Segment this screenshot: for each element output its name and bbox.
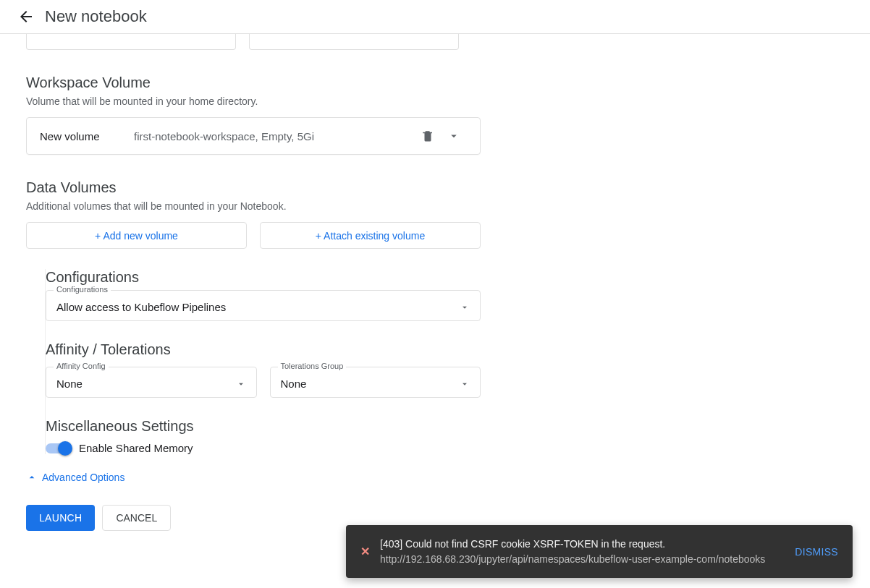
workspace-volume-card[interactable]: New volume first-notebook-workspace, Emp… — [26, 117, 481, 155]
shared-memory-label: Enable Shared Memory — [79, 442, 193, 454]
delete-volume-icon[interactable] — [415, 129, 441, 142]
top-field-row — [26, 34, 481, 50]
field-placeholder[interactable] — [249, 34, 459, 50]
configurations-select[interactable]: Configurations Allow access to Kubeflow … — [46, 290, 481, 321]
back-arrow-icon[interactable] — [17, 8, 35, 25]
new-volume-label: New volume — [40, 130, 134, 142]
workspace-volume-subtitle: Volume that will be mounted in your home… — [26, 95, 481, 107]
advanced-options-label: Advanced Options — [42, 472, 124, 483]
affinity-tolerations-title: Affinity / Tolerations — [46, 341, 481, 358]
advanced-options-toggle[interactable]: Advanced Options — [26, 472, 481, 483]
affinity-config-value: None — [56, 378, 83, 390]
configurations-title: Configurations — [46, 269, 481, 286]
data-volumes-title: Data Volumes — [26, 179, 481, 196]
page-title: New notebook — [45, 7, 147, 26]
data-volumes-subtitle: Additional volumes that will be mounted … — [26, 200, 481, 212]
dropdown-caret-icon — [236, 379, 246, 389]
attach-existing-volume-button[interactable]: + Attach existing volume — [260, 222, 481, 249]
tolerations-group-label: Tolerations Group — [278, 362, 347, 370]
configurations-value: Allow access to Kubeflow Pipelines — [56, 301, 226, 313]
expand-volume-icon[interactable] — [441, 129, 467, 142]
affinity-config-label: Affinity Config — [54, 362, 109, 370]
error-x-icon: ✕ — [360, 545, 370, 558]
field-placeholder[interactable] — [26, 34, 236, 50]
snackbar-message-line2: http://192.168.68.230/jupyter/api/namesp… — [380, 552, 782, 560]
error-snackbar: ✕ [403] Could not find CSRF cookie XSRF-… — [346, 525, 853, 560]
dropdown-caret-icon — [460, 379, 470, 389]
chevron-up-icon — [26, 472, 38, 483]
page-header: New notebook — [0, 0, 870, 34]
misc-settings-title: Miscellaneous Settings — [46, 418, 481, 435]
tolerations-group-select[interactable]: Tolerations Group None — [270, 367, 481, 398]
workspace-volume-title: Workspace Volume — [26, 74, 481, 91]
tolerations-group-value: None — [281, 378, 307, 390]
snackbar-message-line1: [403] Could not find CSRF cookie XSRF-TO… — [380, 537, 782, 551]
shared-memory-toggle[interactable] — [46, 443, 70, 453]
affinity-config-select[interactable]: Affinity Config None — [46, 367, 257, 398]
add-new-volume-button[interactable]: + Add new volume — [26, 222, 247, 249]
dropdown-caret-icon — [460, 302, 470, 312]
snackbar-dismiss-button[interactable]: DISMISS — [795, 546, 838, 558]
cancel-button[interactable]: CANCEL — [102, 505, 171, 531]
launch-button[interactable]: LAUNCH — [26, 505, 95, 531]
configurations-field-label: Configurations — [54, 285, 111, 294]
volume-description: first-notebook-workspace, Empty, 5Gi — [134, 130, 415, 142]
